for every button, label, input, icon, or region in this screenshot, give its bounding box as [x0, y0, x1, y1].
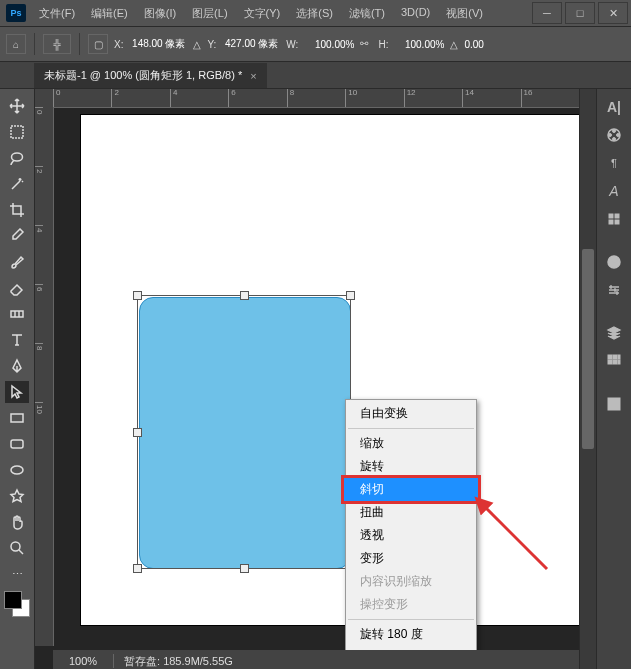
relative-icon[interactable]: ▢	[88, 34, 108, 54]
swatches-panel-icon[interactable]	[602, 350, 626, 372]
ruler-tick: 0	[53, 89, 111, 107]
menu-bar: 文件(F) 编辑(E) 图像(I) 图层(L) 文字(Y) 选择(S) 滤镜(T…	[32, 2, 532, 25]
document-tab[interactable]: 未标题-1 @ 100% (圆角矩形 1, RGB/8) * ×	[34, 63, 267, 88]
transform-handle[interactable]	[240, 291, 249, 300]
edit-toolbar-icon[interactable]: ⋯	[5, 563, 29, 585]
zoom-tool-icon[interactable]	[5, 537, 29, 559]
link-icon[interactable]: ⚯	[360, 38, 372, 50]
w-value[interactable]: 100.00%	[304, 39, 354, 50]
context-menu-item[interactable]: 变形	[346, 547, 476, 570]
x-value[interactable]: 148.00 像素	[129, 37, 187, 51]
svg-rect-19	[608, 360, 612, 364]
menu-file[interactable]: 文件(F)	[32, 2, 82, 25]
path-selection-tool-icon[interactable]	[5, 381, 29, 403]
ruler-tick: 8	[287, 89, 345, 107]
scrollbar-thumb[interactable]	[582, 249, 594, 449]
home-icon[interactable]: ⌂	[6, 34, 26, 54]
zoom-level[interactable]: 100%	[53, 655, 113, 667]
eyedropper-tool-icon[interactable]	[5, 225, 29, 247]
transform-handle[interactable]	[240, 564, 249, 573]
tool-bar: ⋯	[0, 89, 35, 669]
menu-filter[interactable]: 滤镜(T)	[342, 2, 392, 25]
app-badge: Ps	[6, 4, 26, 22]
gradient-tool-icon[interactable]	[5, 303, 29, 325]
rounded-rect-tool-icon[interactable]	[5, 433, 29, 455]
vertical-scrollbar[interactable]	[579, 89, 596, 669]
svg-rect-4	[11, 440, 23, 448]
rectangle-tool-icon[interactable]	[5, 407, 29, 429]
ruler-tick: 12	[404, 89, 462, 107]
reference-point-icon[interactable]: ╬	[43, 34, 71, 54]
context-menu-item[interactable]: 扭曲	[346, 501, 476, 524]
crop-tool-icon[interactable]	[5, 199, 29, 221]
h-value[interactable]: 100.00%	[394, 39, 444, 50]
minimize-button[interactable]: ─	[532, 2, 562, 24]
menu-3d[interactable]: 3D(D)	[394, 2, 437, 25]
color-panel-icon[interactable]	[602, 124, 626, 146]
ruler-vertical[interactable]: 0 2 4 6 8 10	[35, 107, 54, 646]
marquee-tool-icon[interactable]	[5, 121, 29, 143]
scratch-disk-info[interactable]: 暂存盘: 185.9M/5.55G	[114, 654, 233, 669]
menu-edit[interactable]: 编辑(E)	[84, 2, 135, 25]
menu-layer[interactable]: 图层(L)	[185, 2, 234, 25]
type-tool-icon[interactable]	[5, 329, 29, 351]
status-bar: 100% 暂存盘: 185.9M/5.55G	[53, 650, 579, 669]
svg-rect-14	[609, 220, 613, 224]
menu-select[interactable]: 选择(S)	[289, 2, 340, 25]
character-panel-icon[interactable]: A|	[602, 96, 626, 118]
context-menu-item[interactable]: 旋转 180 度	[346, 623, 476, 646]
maximize-button[interactable]: □	[565, 2, 595, 24]
layers-panel-icon[interactable]	[602, 322, 626, 344]
brush-tool-icon[interactable]	[5, 251, 29, 273]
transform-handle[interactable]	[346, 291, 355, 300]
svg-point-8	[613, 130, 616, 133]
rot-label: △	[450, 39, 458, 50]
eraser-tool-icon[interactable]	[5, 277, 29, 299]
adjustments-panel-icon[interactable]	[602, 279, 626, 301]
menu-type[interactable]: 文字(Y)	[237, 2, 288, 25]
menu-image[interactable]: 图像(I)	[137, 2, 183, 25]
foreground-background-colors[interactable]	[4, 591, 30, 617]
context-menu-item[interactable]: 透视	[346, 524, 476, 547]
h-label: H:	[378, 39, 388, 50]
rot-value[interactable]: 0.00	[464, 39, 498, 50]
move-tool-icon[interactable]	[5, 95, 29, 117]
close-button[interactable]: ✕	[598, 2, 628, 24]
magic-wand-tool-icon[interactable]	[5, 173, 29, 195]
context-menu-item[interactable]: 自由变换	[346, 402, 476, 425]
context-menu-item[interactable]: 旋转	[346, 455, 476, 478]
transform-handle[interactable]	[133, 291, 142, 300]
context-menu: 自由变换缩放旋转斜切扭曲透视变形内容识别缩放操控变形旋转 180 度顺时针旋转 …	[345, 399, 477, 669]
paragraph-panel-icon[interactable]: ¶	[602, 152, 626, 174]
custom-shape-tool-icon[interactable]	[5, 485, 29, 507]
libraries-panel-icon[interactable]	[602, 251, 626, 273]
lasso-tool-icon[interactable]	[5, 147, 29, 169]
transform-handle[interactable]	[133, 428, 142, 437]
ruler-horizontal[interactable]: 0 2 4 6 8 10 12 14 16	[53, 89, 579, 108]
menu-view[interactable]: 视图(V)	[439, 2, 490, 25]
transform-bounding-box[interactable]	[137, 295, 351, 569]
canvas-area: 0 2 4 6 8 10 12 14 16 0 2 4 6 8 10	[35, 89, 579, 669]
y-label: Y:	[207, 39, 216, 50]
document-tab-title: 未标题-1 @ 100% (圆角矩形 1, RGB/8) *	[44, 68, 242, 83]
document-canvas[interactable]	[81, 115, 579, 625]
glyphs-panel-icon[interactable]: A	[602, 180, 626, 202]
svg-rect-0	[11, 126, 23, 138]
ruler-tick: 2	[111, 89, 169, 107]
ruler-tick: 8	[35, 343, 43, 402]
transform-handle[interactable]	[133, 564, 142, 573]
history-panel-icon[interactable]	[602, 208, 626, 230]
x-label: X:	[114, 39, 123, 50]
svg-rect-17	[613, 355, 617, 359]
ruler-tick: 10	[345, 89, 403, 107]
y-value[interactable]: 427.00 像素	[222, 37, 280, 51]
context-menu-item[interactable]: 斜切	[344, 478, 478, 501]
svg-rect-13	[615, 214, 619, 218]
pen-tool-icon[interactable]	[5, 355, 29, 377]
ellipse-tool-icon[interactable]	[5, 459, 29, 481]
properties-panel-icon[interactable]	[602, 393, 626, 415]
context-menu-item[interactable]: 缩放	[346, 432, 476, 455]
tab-close-icon[interactable]: ×	[250, 70, 256, 82]
hand-tool-icon[interactable]	[5, 511, 29, 533]
ruler-tick: 4	[35, 225, 43, 284]
